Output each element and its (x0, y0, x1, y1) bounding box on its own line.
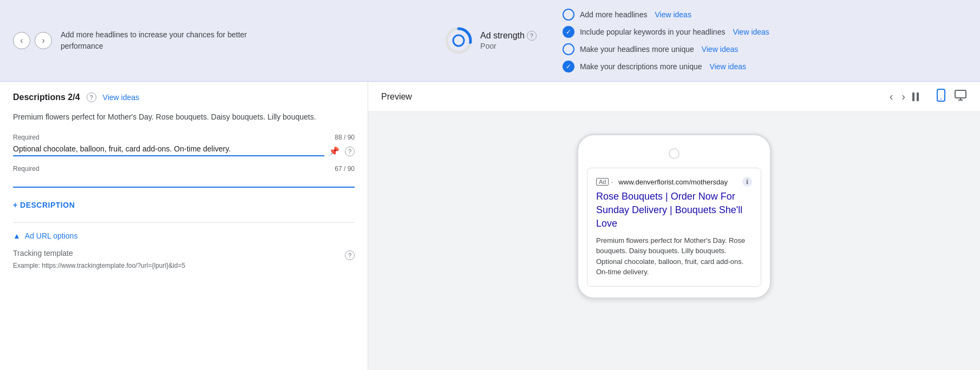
ad-strength-circle-icon (443, 25, 474, 56)
svg-point-2 (453, 35, 464, 46)
check-circle-headlines (563, 9, 574, 21)
prev-arrow-button[interactable]: ‹ (13, 32, 30, 49)
suggestion-item-keywords: Include popular keywords in your headlin… (563, 26, 967, 38)
desktop-device-icon[interactable] (954, 89, 967, 105)
view-ideas-descriptions[interactable]: View ideas (103, 93, 139, 102)
banner-message: Add more headlines to increase your chan… (61, 29, 277, 52)
pause-bar-right (917, 93, 919, 101)
description-input-group-1: Required 88 / 90 📌 ? (13, 134, 355, 156)
check-circle-keywords (563, 26, 574, 38)
descriptions-help-icon[interactable]: ? (87, 93, 96, 102)
chevron-up-icon: ▲ (13, 232, 21, 240)
preview-nav: ‹ › (887, 88, 919, 105)
phone-notch (669, 148, 680, 159)
suggestions-list: Add more headlines View ideas Include po… (563, 9, 967, 72)
input-help-icon-1[interactable]: ? (345, 147, 355, 156)
ad-strength-value: Poor (480, 42, 537, 50)
svg-point-4 (940, 98, 942, 100)
required-label-1: Required (13, 134, 40, 141)
ad-strength-label: Ad strength (480, 31, 525, 41)
ad-card: Ad · www.denverflorist.com/mothersday ℹ … (587, 168, 761, 287)
next-arrow-icon: › (42, 36, 44, 45)
check-circle-unique-headlines (563, 43, 574, 55)
view-ideas-unique-headlines[interactable]: View ideas (702, 45, 738, 54)
device-icons (935, 89, 967, 105)
view-ideas-headlines[interactable]: View ideas (655, 10, 691, 19)
mobile-device-icon[interactable] (935, 89, 948, 105)
tracking-example: Example: https://www.trackingtemplate.fo… (13, 262, 355, 269)
prev-arrow-icon: ‹ (20, 36, 23, 45)
suggestion-text-keywords: Include popular keywords in your headlin… (580, 28, 726, 36)
input-counter-1: 88 / 90 (335, 134, 355, 141)
svg-rect-5 (955, 90, 966, 98)
right-panel: Preview ‹ › (368, 82, 980, 370)
suggestion-item-unique-headlines: Make your headlines more unique View ide… (563, 43, 967, 55)
divider (13, 222, 355, 223)
preview-prev-button[interactable]: ‹ (887, 88, 896, 105)
ad-url: www.denverflorist.com/mothersday (618, 178, 728, 186)
left-panel: Descriptions 2/4 ? View ideas Premium fl… (0, 82, 368, 370)
ad-badge: Ad (596, 178, 609, 186)
view-ideas-keywords[interactable]: View ideas (733, 28, 769, 36)
next-arrow-button[interactable]: › (35, 32, 52, 49)
ad-url-row: Ad · www.denverflorist.com/mothersday (596, 177, 728, 186)
preview-title: Preview (381, 92, 881, 102)
tracking-help-icon[interactable]: ? (345, 250, 355, 260)
description-input-1[interactable] (13, 142, 324, 156)
ad-description: Premium flowers perfect for Mother's Day… (596, 235, 752, 278)
pause-bar-left (912, 93, 914, 101)
view-ideas-unique-descriptions[interactable]: View ideas (710, 62, 746, 71)
required-label-2: Required (13, 165, 40, 173)
pause-button[interactable] (912, 93, 919, 101)
check-circle-unique-descriptions (563, 61, 574, 72)
main-content: Descriptions 2/4 ? View ideas Premium fl… (0, 82, 980, 370)
banner-left: ‹ › Add more headlines to increase your … (13, 29, 417, 52)
ad-strength-section: Ad strength ? Poor (443, 25, 537, 56)
preview-content: Ad · www.denverflorist.com/mothersday ℹ … (368, 112, 980, 321)
phone-mockup: Ad · www.denverflorist.com/mothersday ℹ … (577, 134, 772, 299)
description-input-2[interactable] (13, 174, 355, 188)
tracking-label: Tracking template (13, 249, 73, 257)
suggestion-text-headlines: Add more headlines (580, 10, 648, 19)
suggestion-item-headlines: Add more headlines View ideas (563, 9, 967, 21)
suggestion-text-unique-descriptions: Make your descriptions more unique (580, 62, 702, 71)
ad-url-toggle[interactable]: ▲ Ad URL options (13, 232, 355, 240)
section-title: Descriptions 2/4 (13, 93, 80, 102)
input-counter-2: 67 / 90 (335, 165, 355, 173)
suggestion-item-unique-descriptions: Make your descriptions more unique View … (563, 61, 967, 72)
ad-strength-help-icon[interactable]: ? (527, 31, 537, 41)
description-text: Premium flowers perfect for Mother's Day… (13, 111, 355, 123)
preview-next-button[interactable]: › (899, 88, 907, 105)
preview-header: Preview ‹ › (368, 82, 980, 112)
ad-top-row: Ad · www.denverflorist.com/mothersday ℹ (596, 177, 752, 187)
ad-url-label: Ad URL options (25, 232, 78, 240)
suggestion-text-unique-headlines: Make your headlines more unique (580, 45, 694, 54)
top-banner: ‹ › Add more headlines to increase your … (0, 0, 980, 82)
ad-strength-info: Ad strength ? Poor (480, 31, 537, 50)
ad-info-icon[interactable]: ℹ (742, 177, 752, 187)
pin-icon-1[interactable]: 📌 (329, 146, 339, 156)
add-description-button[interactable]: + DESCRIPTION (13, 196, 75, 214)
description-input-group-2: Required 67 / 90 (13, 165, 355, 188)
section-header: Descriptions 2/4 ? View ideas (13, 93, 355, 102)
ad-headline: Rose Bouquets | Order Now For Sunday Del… (596, 190, 752, 231)
tracking-row: Tracking template ? (13, 249, 355, 262)
nav-arrows: ‹ › (13, 32, 52, 49)
